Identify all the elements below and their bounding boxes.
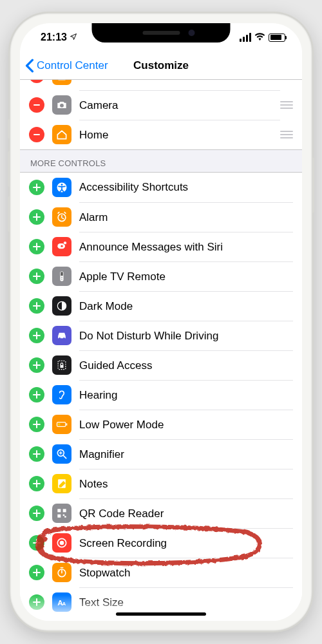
svg-text:A: A (62, 601, 66, 607)
back-button[interactable]: Control Center (25, 59, 108, 73)
notes-icon (52, 474, 71, 493)
magnifier-icon (52, 444, 71, 464)
settings-list[interactable]: Calculator Camera (20, 80, 302, 621)
add-button[interactable] (29, 209, 44, 225)
add-button[interactable] (29, 535, 44, 551)
svg-point-13 (61, 184, 63, 185)
row-label: Magnifier (79, 448, 124, 461)
svg-rect-1 (58, 80, 66, 80)
row-label: Calculator (79, 80, 129, 82)
add-button[interactable] (29, 387, 44, 402)
svg-rect-28 (66, 423, 68, 425)
svg-point-38 (60, 541, 64, 545)
add-button[interactable] (29, 180, 44, 195)
home-indicator[interactable] (116, 612, 206, 616)
row-label: Do Not Disturb While Driving (79, 330, 218, 343)
text-size-icon: AA (52, 592, 71, 612)
screen: 21:13 Control Center Customize (20, 23, 302, 621)
row-label: Low Power Mode (79, 419, 164, 431)
list-row-camera: Camera (20, 90, 302, 120)
navigation-bar: Control Center Customize (20, 52, 302, 80)
svg-point-10 (60, 104, 64, 108)
reorder-handle-icon[interactable] (280, 101, 293, 109)
add-button[interactable] (29, 476, 44, 491)
row-label: QR Code Reader (79, 507, 164, 520)
row-label: Hearing (79, 389, 118, 402)
add-button[interactable] (29, 417, 44, 432)
wifi-icon (254, 32, 265, 43)
home-icon (52, 125, 71, 144)
add-button[interactable] (29, 506, 44, 521)
svg-rect-19 (61, 272, 62, 276)
svg-point-24 (63, 337, 65, 339)
svg-point-21 (61, 279, 62, 280)
phone-device-frame: 21:13 Control Center Customize (10, 13, 312, 631)
add-button[interactable] (29, 269, 44, 284)
svg-point-16 (61, 245, 62, 247)
battery-icon (52, 415, 71, 434)
battery-icon (269, 33, 285, 42)
darkmode-icon (52, 296, 71, 316)
list-row-home: Home (20, 120, 302, 149)
add-button[interactable] (29, 446, 44, 462)
row-label: Text Size (79, 596, 124, 609)
add-button[interactable] (29, 565, 44, 580)
row-label: Dark Mode (79, 300, 133, 313)
list-row-calculator: Calculator (20, 80, 302, 90)
back-label: Control Center (37, 59, 108, 72)
row-label: Home (79, 129, 108, 142)
row-label: Screen Recording (79, 537, 167, 550)
notch (92, 23, 231, 43)
list-row-dnd-driving: Do Not Disturb While Driving (20, 321, 302, 350)
svg-rect-36 (64, 516, 66, 518)
add-button[interactable] (29, 298, 44, 314)
svg-rect-33 (63, 509, 66, 512)
row-label: Accessibility Shortcuts (79, 181, 188, 194)
row-label: Notes (79, 478, 108, 491)
svg-rect-26 (61, 365, 64, 368)
chevron-left-icon (25, 59, 34, 73)
svg-point-20 (61, 277, 62, 278)
row-label: Announce Messages with Siri (79, 241, 223, 254)
remove-button[interactable] (29, 80, 44, 83)
list-row-stopwatch: Stopwatch (20, 558, 302, 587)
list-row-darkmode: Dark Mode (20, 291, 302, 321)
svg-rect-9 (33, 104, 40, 106)
remove-button[interactable] (29, 127, 44, 142)
svg-rect-35 (63, 515, 65, 516)
qr-icon (52, 504, 71, 523)
remove-button[interactable] (29, 97, 44, 113)
power-button (312, 158, 314, 213)
list-row-appletv: Apple TV Remote (20, 261, 302, 291)
list-row-qr: QR Code Reader (20, 498, 302, 528)
list-row-accessibility: Accessibility Shortcuts (20, 173, 302, 202)
section-gap: MORE CONTROLS (20, 149, 302, 173)
svg-point-23 (59, 337, 61, 339)
calculator-icon (52, 80, 71, 85)
row-label: Guided Access (79, 359, 152, 372)
camera-icon (52, 95, 71, 115)
list-row-magnifier: Magnifier (20, 439, 302, 469)
volume-up (8, 151, 10, 187)
status-time: 21:13 (41, 32, 67, 43)
alarm-icon (52, 207, 71, 227)
row-label: Apple TV Remote (79, 270, 166, 283)
reorder-handle-icon[interactable] (280, 131, 293, 138)
list-row-screen-recording: Screen Recording (20, 528, 302, 558)
record-icon (52, 533, 71, 553)
add-button[interactable] (29, 328, 44, 343)
section-header-more: MORE CONTROLS (30, 158, 106, 168)
svg-rect-29 (58, 423, 60, 425)
add-button[interactable] (29, 357, 44, 373)
add-button[interactable] (29, 239, 44, 254)
cellular-signal-icon (240, 33, 252, 42)
list-row-alarm: Alarm (20, 202, 302, 232)
svg-point-17 (64, 242, 67, 245)
mute-switch (8, 119, 10, 138)
add-button[interactable] (29, 594, 44, 610)
svg-rect-11 (33, 134, 40, 135)
accessibility-icon (52, 178, 71, 197)
row-label: Camera (79, 99, 118, 112)
list-row-notes: Notes (20, 469, 302, 498)
row-label: Alarm (79, 211, 108, 224)
